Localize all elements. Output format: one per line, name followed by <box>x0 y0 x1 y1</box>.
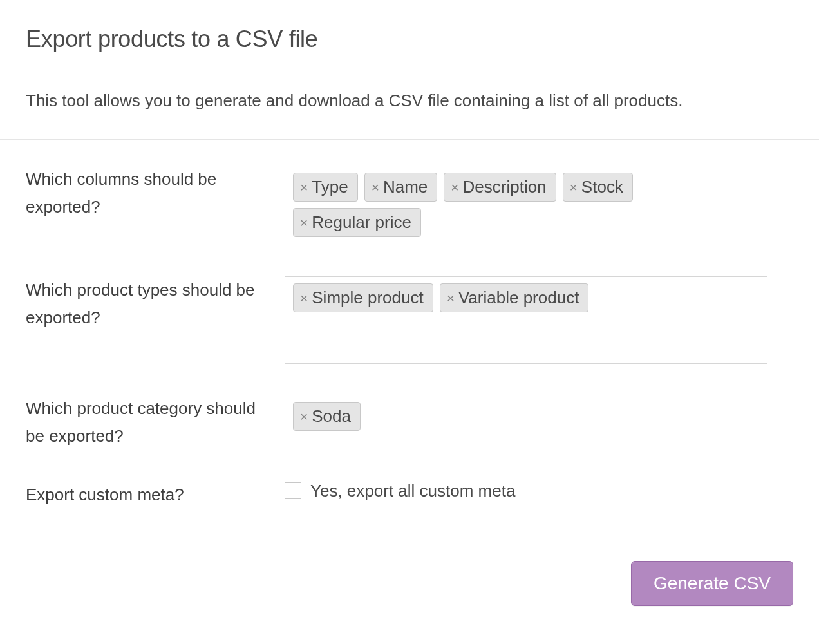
remove-icon[interactable]: × <box>447 291 455 305</box>
column-tag-label: Regular price <box>312 213 411 232</box>
custom-meta-checkbox[interactable] <box>285 482 301 499</box>
product-types-select[interactable]: ×Simple product×Variable product <box>285 276 767 364</box>
column-tag: ×Description <box>444 173 556 202</box>
category-tag-label: Soda <box>312 406 351 426</box>
custom-meta-label: Export custom meta? <box>26 481 285 509</box>
column-tag-label: Description <box>463 177 547 197</box>
category-select[interactable]: ×Soda <box>285 395 767 439</box>
remove-icon[interactable]: × <box>570 180 578 194</box>
category-tag: ×Soda <box>293 402 361 431</box>
category-label: Which product category should be exporte… <box>26 395 285 450</box>
columns-select[interactable]: ×Type×Name×Description×Stock×Regular pri… <box>285 166 767 245</box>
column-tag: ×Name <box>364 173 438 202</box>
column-tag-label: Stock <box>581 177 623 197</box>
footer-section: Generate CSV <box>0 535 819 632</box>
generate-csv-button[interactable]: Generate CSV <box>631 561 793 606</box>
custom-meta-checkbox-label[interactable]: Yes, export all custom meta <box>310 481 515 501</box>
column-tag: ×Regular price <box>293 208 421 237</box>
page-description: This tool allows you to generate and dow… <box>26 88 793 113</box>
column-tag: ×Type <box>293 173 358 202</box>
product-type-tag-label: Variable product <box>458 288 579 308</box>
product-type-tag-label: Simple product <box>312 288 423 308</box>
columns-label: Which columns should be exported? <box>26 166 285 221</box>
column-tag-label: Name <box>383 177 428 197</box>
product-type-tag: ×Simple product <box>293 283 433 312</box>
header-section: Export products to a CSV file This tool … <box>0 0 819 140</box>
remove-icon[interactable]: × <box>372 180 379 194</box>
remove-icon[interactable]: × <box>300 410 308 423</box>
form-section: Which columns should be exported? ×Type×… <box>0 140 819 535</box>
remove-icon[interactable]: × <box>300 216 308 229</box>
remove-icon[interactable]: × <box>300 180 308 194</box>
category-row: Which product category should be exporte… <box>26 395 793 450</box>
product-type-tag: ×Variable product <box>440 283 589 312</box>
page-title: Export products to a CSV file <box>26 26 793 53</box>
product-types-row: Which product types should be exported? … <box>26 276 793 364</box>
custom-meta-row: Export custom meta? Yes, export all cust… <box>26 481 793 509</box>
remove-icon[interactable]: × <box>300 291 308 305</box>
column-tag: ×Stock <box>563 173 633 202</box>
columns-row: Which columns should be exported? ×Type×… <box>26 166 793 245</box>
remove-icon[interactable]: × <box>451 180 458 194</box>
custom-meta-checkbox-row: Yes, export all custom meta <box>285 481 767 501</box>
product-types-label: Which product types should be exported? <box>26 276 285 332</box>
column-tag-label: Type <box>312 177 348 197</box>
